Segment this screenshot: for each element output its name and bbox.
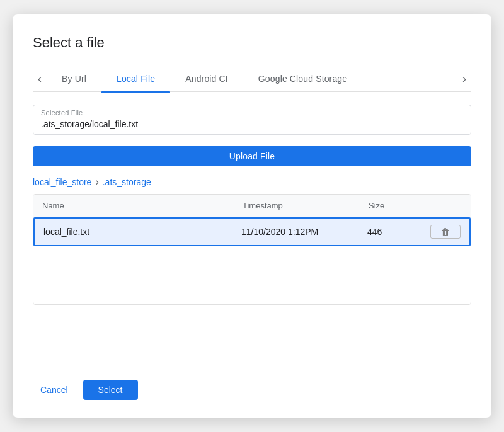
breadcrumb-current[interactable]: .ats_storage — [103, 177, 151, 187]
file-size: 446 — [367, 227, 430, 237]
tab-scroll-left[interactable]: ‹ — [33, 73, 47, 84]
selected-file-field: Selected File .ats_storage/local_file.tx… — [33, 105, 471, 135]
tabs-row: ‹ By Url Local File Android CI Google Cl… — [33, 66, 471, 92]
tab-google-cloud-storage[interactable]: Google Cloud Storage — [243, 66, 362, 91]
breadcrumb-separator: › — [95, 176, 98, 188]
tab-scroll-right[interactable]: › — [457, 73, 471, 84]
col-header-actions — [432, 201, 462, 210]
tab-local-file[interactable]: Local File — [101, 66, 170, 91]
tabs-container: By Url Local File Android CI Google Clou… — [47, 66, 457, 91]
table-header: Name Timestamp Size — [33, 195, 471, 217]
tab-by-url[interactable]: By Url — [47, 66, 101, 91]
selected-file-label: Selected File — [41, 109, 83, 117]
breadcrumb: local_file_store › .ats_storage — [33, 176, 471, 188]
select-file-dialog: Select a file ‹ By Url Local File Androi… — [13, 14, 491, 418]
file-table: Name Timestamp Size local_file.txt 11/10… — [33, 194, 471, 305]
col-header-name: Name — [42, 201, 243, 210]
file-timestamp: 11/10/2020 1:12PM — [241, 227, 367, 237]
tab-android-ci[interactable]: Android CI — [170, 66, 243, 91]
col-header-size: Size — [369, 201, 432, 210]
select-button[interactable]: Select — [83, 380, 138, 400]
upload-file-button[interactable]: Upload File — [33, 146, 471, 166]
trash-icon: 🗑 — [441, 227, 450, 237]
table-row[interactable]: local_file.txt 11/10/2020 1:12PM 446 🗑 — [33, 217, 471, 246]
col-header-timestamp: Timestamp — [243, 201, 369, 210]
delete-file-button[interactable]: 🗑 — [430, 225, 461, 239]
dialog-footer: Cancel Select — [33, 362, 471, 400]
selected-file-value: .ats_storage/local_file.txt — [41, 118, 463, 129]
dialog-title: Select a file — [33, 35, 471, 51]
breadcrumb-root[interactable]: local_file_store — [33, 177, 91, 187]
file-name: local_file.txt — [43, 227, 241, 237]
cancel-button[interactable]: Cancel — [33, 380, 76, 400]
